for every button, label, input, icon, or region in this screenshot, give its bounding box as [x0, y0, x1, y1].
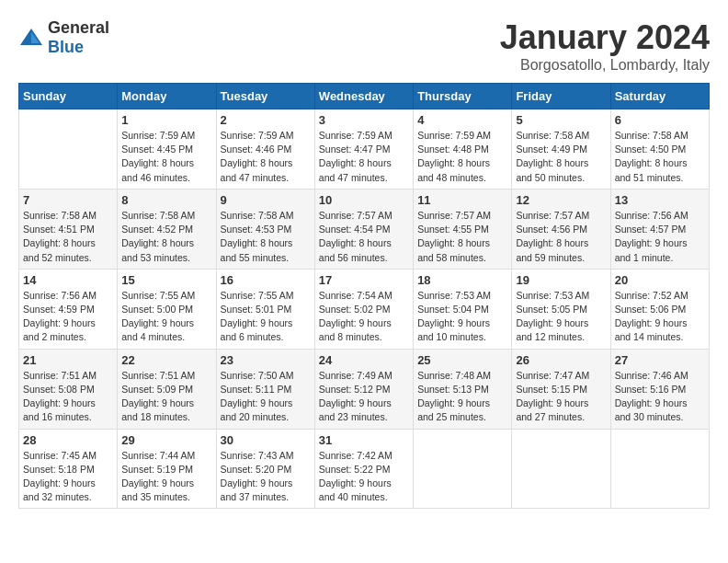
calendar-day-cell: 20Sunrise: 7:52 AMSunset: 5:06 PMDayligh…	[610, 269, 709, 349]
calendar-body: 1Sunrise: 7:59 AMSunset: 4:45 PMDaylight…	[19, 109, 710, 509]
logo-text-blue: Blue	[48, 38, 84, 56]
calendar-day-cell	[19, 109, 118, 190]
calendar-week-row: 21Sunrise: 7:51 AMSunset: 5:08 PMDayligh…	[19, 349, 710, 429]
weekday-header-cell: Thursday	[414, 84, 512, 109]
calendar-day-cell: 7Sunrise: 7:58 AMSunset: 4:51 PMDaylight…	[19, 189, 118, 269]
calendar-day-cell: 12Sunrise: 7:57 AMSunset: 4:56 PMDayligh…	[512, 189, 610, 269]
day-number: 1	[121, 113, 211, 127]
day-info: Sunrise: 7:58 AMSunset: 4:52 PMDaylight:…	[121, 209, 211, 265]
calendar-day-cell: 11Sunrise: 7:57 AMSunset: 4:55 PMDayligh…	[414, 189, 512, 269]
calendar-day-cell: 2Sunrise: 7:59 AMSunset: 4:46 PMDaylight…	[216, 109, 314, 190]
calendar-day-cell: 3Sunrise: 7:59 AMSunset: 4:47 PMDaylight…	[314, 109, 413, 190]
day-info: Sunrise: 7:44 AMSunset: 5:19 PMDaylight:…	[121, 449, 211, 505]
day-number: 28	[23, 433, 113, 447]
day-number: 20	[615, 273, 705, 287]
day-info: Sunrise: 7:59 AMSunset: 4:48 PMDaylight:…	[417, 129, 507, 185]
day-number: 30	[221, 433, 311, 447]
day-number: 23	[221, 353, 311, 367]
calendar-day-cell: 18Sunrise: 7:53 AMSunset: 5:04 PMDayligh…	[414, 269, 512, 349]
logo-text-general: General	[48, 18, 109, 37]
day-number: 8	[121, 193, 211, 207]
day-info: Sunrise: 7:58 AMSunset: 4:51 PMDaylight:…	[23, 209, 113, 265]
day-info: Sunrise: 7:55 AMSunset: 5:01 PMDaylight:…	[221, 289, 311, 345]
weekday-header-cell: Tuesday	[216, 84, 314, 109]
calendar-day-cell: 27Sunrise: 7:46 AMSunset: 5:16 PMDayligh…	[610, 349, 709, 429]
weekday-header-cell: Wednesday	[314, 84, 413, 109]
day-number: 21	[23, 353, 113, 367]
calendar-day-cell: 19Sunrise: 7:53 AMSunset: 5:05 PMDayligh…	[512, 269, 610, 349]
day-number: 14	[23, 273, 113, 287]
weekday-header-cell: Friday	[512, 84, 610, 109]
day-number: 5	[516, 113, 606, 127]
day-info: Sunrise: 7:55 AMSunset: 5:00 PMDaylight:…	[121, 289, 211, 345]
day-number: 9	[221, 193, 311, 207]
day-number: 26	[516, 353, 606, 367]
calendar-day-cell: 10Sunrise: 7:57 AMSunset: 4:54 PMDayligh…	[314, 189, 413, 269]
day-number: 24	[319, 353, 409, 367]
day-number: 25	[417, 353, 507, 367]
calendar-week-row: 28Sunrise: 7:45 AMSunset: 5:18 PMDayligh…	[19, 429, 710, 509]
calendar-day-cell: 9Sunrise: 7:58 AMSunset: 4:53 PMDaylight…	[216, 189, 314, 269]
calendar-week-row: 14Sunrise: 7:56 AMSunset: 4:59 PMDayligh…	[19, 269, 710, 349]
day-info: Sunrise: 7:49 AMSunset: 5:12 PMDaylight:…	[319, 369, 409, 425]
calendar-day-cell: 24Sunrise: 7:49 AMSunset: 5:12 PMDayligh…	[314, 349, 413, 429]
day-info: Sunrise: 7:53 AMSunset: 5:04 PMDaylight:…	[417, 289, 507, 345]
calendar-day-cell	[414, 429, 512, 509]
day-info: Sunrise: 7:56 AMSunset: 4:57 PMDaylight:…	[615, 209, 705, 265]
day-number: 4	[417, 113, 507, 127]
day-info: Sunrise: 7:57 AMSunset: 4:56 PMDaylight:…	[516, 209, 606, 265]
day-number: 17	[319, 273, 409, 287]
day-info: Sunrise: 7:51 AMSunset: 5:09 PMDaylight:…	[121, 369, 211, 425]
calendar-day-cell: 28Sunrise: 7:45 AMSunset: 5:18 PMDayligh…	[19, 429, 118, 509]
day-info: Sunrise: 7:58 AMSunset: 4:49 PMDaylight:…	[516, 129, 606, 185]
day-info: Sunrise: 7:42 AMSunset: 5:22 PMDaylight:…	[319, 449, 409, 505]
calendar-day-cell: 1Sunrise: 7:59 AMSunset: 4:45 PMDaylight…	[118, 109, 216, 190]
day-number: 18	[417, 273, 507, 287]
calendar-day-cell: 13Sunrise: 7:56 AMSunset: 4:57 PMDayligh…	[610, 189, 709, 269]
day-number: 31	[319, 433, 409, 447]
day-info: Sunrise: 7:53 AMSunset: 5:05 PMDaylight:…	[516, 289, 606, 345]
day-info: Sunrise: 7:59 AMSunset: 4:45 PMDaylight:…	[121, 129, 211, 185]
calendar-day-cell	[610, 429, 709, 509]
weekday-header-cell: Sunday	[19, 84, 118, 109]
calendar-day-cell: 16Sunrise: 7:55 AMSunset: 5:01 PMDayligh…	[216, 269, 314, 349]
day-info: Sunrise: 7:43 AMSunset: 5:20 PMDaylight:…	[221, 449, 311, 505]
calendar-day-cell: 29Sunrise: 7:44 AMSunset: 5:19 PMDayligh…	[118, 429, 216, 509]
logo: General Blue	[18, 18, 109, 57]
day-number: 11	[417, 193, 507, 207]
weekday-header-cell: Saturday	[610, 84, 709, 109]
day-info: Sunrise: 7:59 AMSunset: 4:47 PMDaylight:…	[319, 129, 409, 185]
calendar-day-cell: 4Sunrise: 7:59 AMSunset: 4:48 PMDaylight…	[414, 109, 512, 190]
day-number: 16	[221, 273, 311, 287]
calendar-day-cell: 22Sunrise: 7:51 AMSunset: 5:09 PMDayligh…	[118, 349, 216, 429]
day-number: 6	[615, 113, 705, 127]
day-number: 15	[121, 273, 211, 287]
day-info: Sunrise: 7:47 AMSunset: 5:15 PMDaylight:…	[516, 369, 606, 425]
day-info: Sunrise: 7:57 AMSunset: 4:55 PMDaylight:…	[417, 209, 507, 265]
calendar-day-cell: 23Sunrise: 7:50 AMSunset: 5:11 PMDayligh…	[216, 349, 314, 429]
day-info: Sunrise: 7:59 AMSunset: 4:46 PMDaylight:…	[221, 129, 311, 185]
month-title: January 2024	[500, 18, 710, 57]
calendar-day-cell: 8Sunrise: 7:58 AMSunset: 4:52 PMDaylight…	[118, 189, 216, 269]
day-number: 13	[615, 193, 705, 207]
day-info: Sunrise: 7:51 AMSunset: 5:08 PMDaylight:…	[23, 369, 113, 425]
calendar-day-cell: 26Sunrise: 7:47 AMSunset: 5:15 PMDayligh…	[512, 349, 610, 429]
day-number: 29	[121, 433, 211, 447]
day-number: 2	[221, 113, 311, 127]
day-info: Sunrise: 7:58 AMSunset: 4:50 PMDaylight:…	[615, 129, 705, 185]
day-info: Sunrise: 7:56 AMSunset: 4:59 PMDaylight:…	[23, 289, 113, 345]
day-number: 22	[121, 353, 211, 367]
calendar-day-cell: 17Sunrise: 7:54 AMSunset: 5:02 PMDayligh…	[314, 269, 413, 349]
calendar-day-cell: 31Sunrise: 7:42 AMSunset: 5:22 PMDayligh…	[314, 429, 413, 509]
day-info: Sunrise: 7:48 AMSunset: 5:13 PMDaylight:…	[417, 369, 507, 425]
day-info: Sunrise: 7:54 AMSunset: 5:02 PMDaylight:…	[319, 289, 409, 345]
calendar-day-cell: 15Sunrise: 7:55 AMSunset: 5:00 PMDayligh…	[118, 269, 216, 349]
day-number: 27	[615, 353, 705, 367]
day-info: Sunrise: 7:52 AMSunset: 5:06 PMDaylight:…	[615, 289, 705, 345]
day-info: Sunrise: 7:46 AMSunset: 5:16 PMDaylight:…	[615, 369, 705, 425]
weekday-header-cell: Monday	[118, 84, 216, 109]
calendar-day-cell: 14Sunrise: 7:56 AMSunset: 4:59 PMDayligh…	[19, 269, 118, 349]
day-info: Sunrise: 7:45 AMSunset: 5:18 PMDaylight:…	[23, 449, 113, 505]
day-number: 7	[23, 193, 113, 207]
calendar-day-cell: 5Sunrise: 7:58 AMSunset: 4:49 PMDaylight…	[512, 109, 610, 190]
